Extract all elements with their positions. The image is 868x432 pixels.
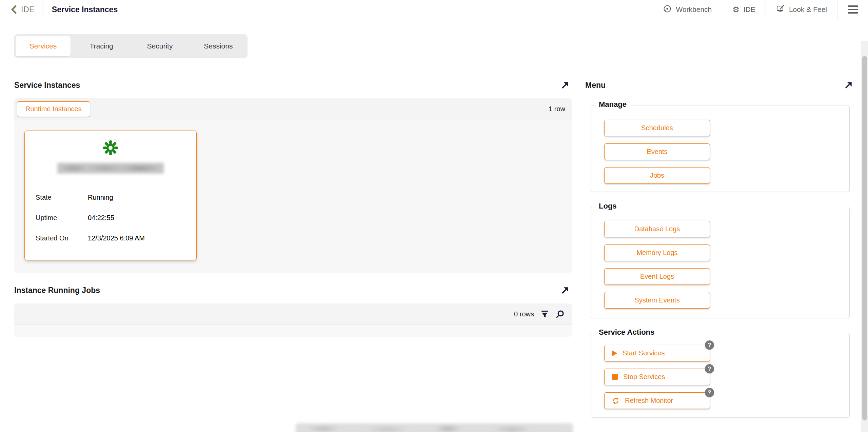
- search-icon[interactable]: [555, 310, 565, 319]
- instance-running-jobs-empty-row: [14, 325, 572, 337]
- header-nav: Workbench ⚙ IDE Look & Feel: [653, 0, 868, 19]
- runtime-instances-button[interactable]: Runtime Instances: [17, 101, 90, 117]
- tab-tracing[interactable]: Tracing: [72, 34, 131, 58]
- started-on-label: Started On: [36, 234, 68, 242]
- refresh-icon: [612, 397, 619, 405]
- system-events-button[interactable]: System Events: [604, 292, 710, 309]
- top-header: IDE Service Instances Workbench ⚙ IDE: [0, 0, 868, 19]
- nav-label-ide: IDE: [744, 5, 755, 14]
- app-root: IDE Service Instances Workbench ⚙ IDE: [0, 0, 868, 432]
- uptime-label: Uptime: [36, 214, 57, 222]
- service-instances-expand-icon[interactable]: [561, 81, 570, 90]
- jobs-button[interactable]: Jobs: [604, 167, 710, 184]
- vertical-scrollbar-track: [861, 41, 868, 432]
- start-services-label: Start Services: [623, 349, 665, 357]
- refresh-monitor-button[interactable]: Refresh Monitor ?: [604, 392, 710, 409]
- service-instances-row-count: 1 row: [549, 105, 565, 113]
- database-logs-button[interactable]: Database Logs: [604, 221, 710, 237]
- back-label: IDE: [21, 5, 35, 14]
- refresh-monitor-label: Refresh Monitor: [625, 397, 673, 405]
- vertical-scrollbar-thumb[interactable]: [862, 56, 867, 420]
- card-field-state: State Running: [36, 194, 185, 203]
- workbench-target-icon: [663, 4, 672, 15]
- instance-running-jobs-heading: Instance Running Jobs: [14, 286, 100, 295]
- gear-icon: ⚙: [732, 5, 739, 14]
- schedules-button[interactable]: Schedules: [604, 120, 710, 136]
- service-instances-heading: Service Instances: [14, 81, 80, 90]
- service-actions-group-legend: Service Actions: [596, 328, 657, 337]
- refresh-monitor-help-icon[interactable]: ?: [705, 388, 714, 397]
- logs-group-legend: Logs: [596, 202, 620, 211]
- nav-label-look-and-feel: Look & Feel: [789, 5, 827, 14]
- card-field-started-on: Started On 12/3/2025 6:09 AM: [36, 234, 185, 244]
- stop-services-button[interactable]: Stop Services ?: [604, 369, 710, 385]
- nav-item-ide[interactable]: ⚙ IDE: [722, 0, 766, 19]
- hamburger-menu-icon[interactable]: [837, 0, 868, 19]
- service-actions-group: Service Actions Start Services ? Stop Se…: [591, 333, 850, 418]
- instance-running-jobs-row-count: 0 rows: [514, 310, 534, 318]
- instance-name-redacted: [57, 163, 164, 174]
- stop-services-label: Stop Services: [623, 373, 665, 381]
- events-button[interactable]: Events: [604, 143, 710, 160]
- page-title: Service Instances: [52, 5, 118, 14]
- started-on-value: 12/3/2025 6:09 AM: [88, 234, 145, 242]
- stop-services-help-icon[interactable]: ?: [705, 364, 714, 373]
- event-logs-button[interactable]: Event Logs: [604, 268, 710, 285]
- tab-bar: Services Tracing Security Sessions: [14, 34, 248, 58]
- manage-group: Manage Schedules Events Jobs: [591, 105, 850, 192]
- nav-item-workbench[interactable]: Workbench: [653, 0, 722, 19]
- tab-sessions[interactable]: Sessions: [189, 34, 248, 58]
- footer-redacted-content: [296, 423, 573, 432]
- menu-expand-icon[interactable]: [844, 81, 853, 90]
- menu-heading: Menu: [585, 81, 606, 90]
- stop-icon: [612, 374, 618, 380]
- instance-running-jobs-toolbar: 0 rows: [14, 303, 572, 325]
- instance-running-jobs-expand-icon[interactable]: [561, 286, 570, 295]
- look-and-feel-icon: [776, 4, 785, 15]
- manage-group-legend: Manage: [596, 100, 630, 109]
- state-label: State: [36, 194, 52, 201]
- service-instances-table-area: State Running Uptime 04:22:55 Started On…: [14, 120, 572, 273]
- header-divider: [42, 0, 42, 19]
- service-instances-toolbar: Runtime Instances 1 row: [14, 98, 572, 120]
- card-field-uptime: Uptime 04:22:55: [36, 214, 185, 223]
- nav-item-look-and-feel[interactable]: Look & Feel: [766, 0, 837, 19]
- nav-label-workbench: Workbench: [676, 5, 712, 14]
- start-services-button[interactable]: Start Services ?: [604, 345, 710, 361]
- tab-security[interactable]: Security: [131, 34, 189, 58]
- uptime-value: 04:22:55: [88, 214, 114, 222]
- play-icon: [612, 350, 617, 356]
- memory-logs-button[interactable]: Memory Logs: [604, 244, 710, 261]
- green-gear-running-icon: [103, 140, 118, 157]
- start-services-help-icon[interactable]: ?: [705, 340, 714, 350]
- filter-icon[interactable]: [540, 310, 549, 319]
- service-instance-card[interactable]: State Running Uptime 04:22:55 Started On…: [24, 131, 197, 260]
- back-button[interactable]: IDE: [0, 0, 35, 19]
- logs-group: Logs Database Logs Memory Logs Event Log…: [591, 207, 850, 318]
- back-chevron-icon: [10, 5, 18, 14]
- tab-services[interactable]: Services: [16, 36, 71, 56]
- state-value: Running: [88, 194, 113, 201]
